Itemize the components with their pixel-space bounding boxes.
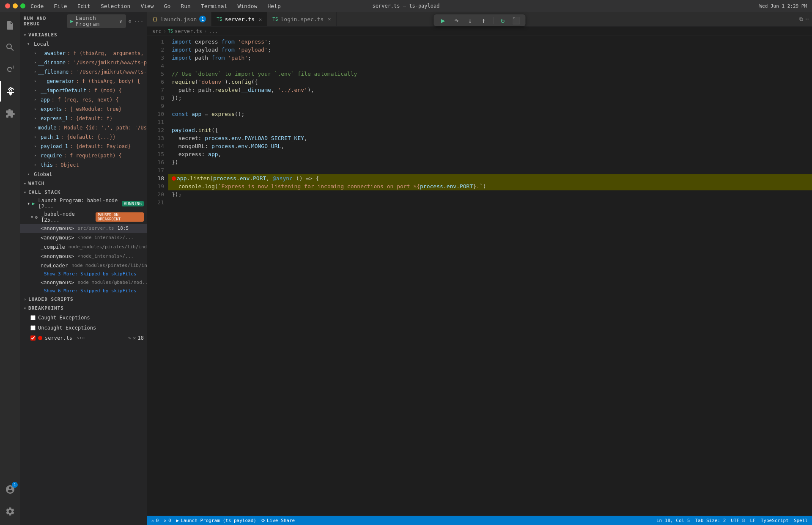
gear-icon[interactable]: ⚙ [129,19,132,24]
bp-line-badge: 18 [138,334,144,342]
breadcrumb-symbol[interactable]: ... [208,28,218,34]
var-importdefault[interactable]: › __importDefault : f (mod) { [20,86,147,95]
frame-compile[interactable]: _compile node_modules/pirates/lib/index.… [20,242,147,252]
var-payload1[interactable]: › payload_1 : {default: Payload} [20,142,147,151]
split-editor-icon[interactable]: ⧉ [799,16,803,22]
frame-anonymous-2[interactable]: <anonymous> <node_internals>/... [20,252,147,261]
var-this[interactable]: › this : Object [20,160,147,170]
var-path1[interactable]: › path_1 : {default: {...}} [20,132,147,142]
activity-extensions[interactable] [0,103,20,124]
bp-caught-checkbox[interactable] [30,315,36,320]
status-position[interactable]: Ln 18, Col 5 [656,518,690,523]
edit-icon[interactable]: ✎ [128,334,131,342]
ln-17: 17 [147,166,164,174]
bp-uncaught-exceptions[interactable]: Uncaught Exceptions [20,323,147,333]
var-generator[interactable]: › __generator : f (thisArg, body) { [20,77,147,86]
breadcrumb-file[interactable]: server.ts [175,28,202,34]
var-value: : f (thisArg, body) { [76,77,140,85]
menu-window[interactable]: Window [236,3,259,9]
ln-19: 19 [147,182,164,190]
call-stack-thread[interactable]: ▾ ⚙ _babel-node [25... PAUSED ON BREAKPO… [20,210,147,224]
var-app[interactable]: › app : f (req, res, next) { [20,95,147,104]
show-more-3[interactable]: Show 3 More: Skipped by skipFiles [20,270,147,278]
status-language[interactable]: TypeScript [761,518,789,523]
show-more-6[interactable]: Show 6 More: Skipped by skipFiles [20,287,147,295]
ln-14: 14 [147,142,164,150]
activity-source-control[interactable] [0,59,20,80]
bp-server-ts[interactable]: server.ts src ✎ ✕ 18 [20,333,147,343]
menu-view[interactable]: View [139,3,155,9]
status-spell[interactable]: Spell [794,518,808,523]
global-group[interactable]: › Global [20,170,147,179]
var-require[interactable]: › require : f require(path) { [20,151,147,160]
menu-selection[interactable]: Selection [99,3,132,9]
breadcrumb-src[interactable]: src [152,28,162,34]
var-dirname[interactable]: › __dirname : '/Users/jmikrut/www/ts-pay… [20,58,147,67]
frame-anonymous-3[interactable]: <anonymous> node_modules/@babel/nod... [20,278,147,287]
status-encoding[interactable]: UTF-8 [731,518,745,523]
title-bar: Code File Edit Selection View Go Run Ter… [0,0,812,12]
activity-explorer[interactable] [0,15,20,36]
step-over-button[interactable]: ↷ [451,15,463,25]
restart-button[interactable]: ↻ [497,15,509,25]
var-exports[interactable]: › exports : {_esModule: true} [20,104,147,114]
status-tabsize[interactable]: Tab Size: 2 [695,518,726,523]
menu-code[interactable]: Code [29,3,45,9]
stop-button[interactable]: ⬛ [510,15,522,25]
var-filename[interactable]: › __filename : '/Users/jmikrut/www/ts-pa… [20,67,147,77]
status-errors[interactable]: ✕ 0 [164,518,171,523]
watch-label: WATCH [28,181,44,186]
menu-terminal[interactable]: Terminal [199,3,229,9]
menu-edit[interactable]: Edit [76,3,92,9]
close-button[interactable] [5,3,10,8]
var-awaiter[interactable]: › __awaiter : f (thisArg, _arguments, P,… [20,49,147,58]
status-live-share[interactable]: ⟳ Live Share [261,518,295,523]
bp-uncaught-checkbox[interactable] [30,325,36,330]
tab-close-button[interactable]: ✕ [259,16,262,22]
accounts-icon[interactable]: 1 [0,479,20,500]
status-eol[interactable]: LF [750,518,755,523]
tab-server-ts[interactable]: TS server.ts ✕ [211,12,267,26]
bp-server-checkbox[interactable] [30,335,36,341]
var-module[interactable]: › module : Module {id: '.', path: '/User… [20,123,147,132]
call-stack-header[interactable]: ▾ CALL STACK [20,188,147,197]
continue-button[interactable]: ▶ [437,15,449,25]
frame-anonymous-selected[interactable]: <anonymous> src/server.ts 18:5 [20,224,147,233]
arrow-icon: › [34,86,39,95]
var-value: : Object [55,161,79,169]
tab-launch-json[interactable]: {} launch.json 1 [147,12,211,26]
code-content[interactable]: import express from 'express'; import pa… [168,36,812,516]
status-launch-program[interactable]: ▶ Launch Program (ts-payload) [176,518,256,523]
activity-search[interactable] [0,37,20,58]
step-into-button[interactable]: ↓ [464,15,476,25]
variables-header[interactable]: ▾ VARIABLES [20,30,147,39]
watch-header[interactable]: ▾ WATCH [20,179,147,188]
menu-go[interactable]: Go [162,3,173,9]
call-stack-program-group[interactable]: ▾ ▶ Launch Program: babel-node [2... RUN… [20,197,147,210]
step-out-button[interactable]: ↑ [478,15,490,25]
menu-run[interactable]: Run [179,3,192,9]
more-icon[interactable]: ··· [134,19,144,24]
frame-newloader[interactable]: newLoader node_modules/pirates/lib/inde.… [20,261,147,270]
settings-icon[interactable] [0,501,20,522]
ln-4: 4 [147,62,164,70]
traffic-lights[interactable] [5,3,25,8]
breakpoints-header[interactable]: ▾ BREAKPOINTS [20,304,147,313]
bp-caught-exceptions[interactable]: Caught Exceptions [20,313,147,323]
minimize-button[interactable] [13,3,18,8]
local-group[interactable]: ▾ Local [20,39,147,49]
menu-help[interactable]: Help [266,3,282,9]
var-express1[interactable]: › express_1 : {default: f} [20,114,147,123]
frame-anonymous-1[interactable]: <anonymous> <node_internals>/... [20,233,147,242]
remove-icon[interactable]: ✕ [133,334,136,342]
launch-name-selector[interactable]: ▶ Launch Program ∨ [67,14,126,28]
activity-run-debug[interactable] [0,81,20,102]
maximize-button[interactable] [20,3,25,8]
tab-login-close[interactable]: ✕ [328,16,331,22]
status-warnings[interactable]: ⚠ 0 [151,518,159,523]
tab-login-spec[interactable]: TS login.spec.ts ✕ [267,12,336,26]
menu-file[interactable]: File [52,3,69,9]
more-tabs-icon[interactable]: ⋯ [806,16,809,22]
loaded-scripts-header[interactable]: › LOADED SCRIPTS [20,295,147,304]
run-icon: ▶ [176,518,179,523]
